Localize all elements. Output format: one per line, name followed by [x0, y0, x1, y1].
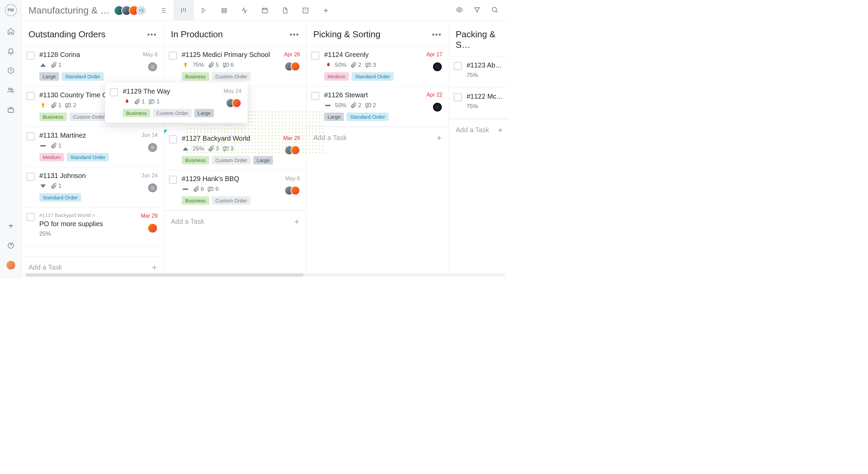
column-title: Packing & S…: [456, 29, 503, 50]
svg-rect-15: [208, 187, 213, 191]
task-checkbox[interactable]: [110, 88, 118, 96]
priority-icon: [39, 61, 47, 69]
priority-icon: [182, 61, 189, 69]
dragging-card[interactable]: #1129 The Way 1 1 BusinessCustom OrderLa…: [105, 83, 248, 123]
svg-rect-17: [325, 105, 331, 106]
task-card[interactable]: #1125 Medici Primary School75%56Business…: [164, 46, 306, 86]
plus-icon: +: [152, 262, 157, 273]
task-date: Apr 22: [427, 92, 442, 98]
risk-view-icon[interactable]: [296, 0, 316, 21]
people-icon[interactable]: [4, 83, 18, 97]
tag: Custom Order: [212, 156, 251, 164]
priority-icon: [324, 102, 332, 109]
tag: Standard Order: [39, 193, 81, 202]
add-task-button[interactable]: Add a Task+: [449, 119, 509, 141]
tag: Medium: [324, 72, 349, 81]
task-checkbox[interactable]: [26, 213, 35, 221]
task-checkbox[interactable]: [311, 52, 319, 60]
task-card[interactable]: #1131 Martinez1MediumStandard OrderJun 1…: [22, 127, 164, 167]
task-card[interactable]: #1128 Corina1LargeStandard OrderMay 8: [22, 46, 164, 86]
parent-task: #1127 Backyard World >: [39, 212, 158, 218]
task-date: May 8: [143, 52, 158, 58]
task-date: Jun 14: [141, 132, 158, 138]
task-checkbox[interactable]: [26, 173, 35, 181]
tag: Business: [182, 196, 209, 205]
file-view-icon[interactable]: [275, 0, 296, 21]
tag: Large: [324, 113, 344, 121]
eye-icon[interactable]: [456, 6, 463, 15]
table-view-icon[interactable]: [214, 0, 235, 21]
column-menu-icon[interactable]: •••: [147, 30, 157, 39]
horizontal-scrollbar[interactable]: [25, 273, 505, 277]
task-checkbox[interactable]: [454, 93, 462, 101]
task-checkbox[interactable]: [169, 176, 177, 184]
task-checkbox[interactable]: [169, 135, 177, 143]
task-card[interactable]: #1127 Backyard World >PO for more suppli…: [22, 208, 164, 246]
task-card[interactable]: #1129 Hank's BBQ66BusinessCustom OrderMa…: [164, 170, 306, 211]
filter-icon[interactable]: [473, 6, 481, 15]
column-title: Picking & Sorting: [313, 29, 380, 40]
add-task-button[interactable]: Add a Task+: [307, 127, 449, 149]
home-icon[interactable]: [4, 24, 18, 38]
task-checkbox[interactable]: [169, 52, 177, 60]
briefcase-icon[interactable]: [4, 103, 18, 117]
task-title: #1122 McDo…: [467, 93, 504, 100]
column-menu-icon[interactable]: •••: [432, 30, 442, 39]
tag: Large: [194, 109, 214, 117]
task-title: #1123 Abram…: [467, 61, 504, 69]
task-assignees: [288, 186, 300, 195]
comments: 2: [365, 102, 376, 109]
clock-icon[interactable]: [4, 64, 18, 77]
bell-icon[interactable]: [4, 44, 18, 58]
comments: 6: [207, 186, 218, 193]
tag: Business: [39, 113, 67, 121]
list-view-icon[interactable]: [153, 0, 174, 21]
add-task-button[interactable]: Add a Task+: [164, 211, 306, 232]
svg-rect-11: [40, 145, 46, 146]
fire-icon: [123, 98, 130, 105]
svg-rect-5: [222, 8, 226, 13]
card-flag-icon: [164, 130, 167, 133]
task-checkbox[interactable]: [26, 92, 35, 100]
activity-view-icon[interactable]: [235, 0, 255, 21]
svg-point-9: [492, 7, 497, 12]
task-checkbox[interactable]: [26, 132, 35, 140]
calendar-view-icon[interactable]: [255, 0, 275, 21]
task-card[interactable]: #1126 Stewart50%22LargeStandard OrderApr…: [307, 86, 449, 127]
comments: 2: [65, 102, 76, 109]
task-assignee: [147, 223, 158, 233]
help-icon[interactable]: [4, 239, 18, 252]
avatar-overflow[interactable]: +1: [136, 5, 146, 16]
user-avatar[interactable]: [4, 258, 18, 272]
task-card[interactable]: #1131 Johnson1Standard OrderJun 24: [22, 167, 164, 208]
board-view-icon[interactable]: [174, 0, 194, 21]
task-card[interactable]: #1123 Abram…75%: [449, 57, 509, 88]
gantt-view-icon[interactable]: [194, 0, 214, 21]
tag: Medium: [39, 153, 64, 161]
priority-icon: [39, 102, 47, 109]
task-date: Jun 24: [141, 173, 158, 179]
svg-rect-12: [223, 63, 228, 66]
column-menu-icon[interactable]: •••: [290, 30, 299, 39]
priority-icon: [39, 142, 47, 150]
task-date: May 6: [285, 176, 300, 182]
task-title: #1131 Martinez: [39, 132, 158, 139]
column-title: In Production: [171, 29, 223, 40]
board-column: Outstanding Orders•••#1128 Corina1LargeS…: [22, 21, 164, 278]
project-title: Manufacturing & …: [28, 5, 110, 16]
task-checkbox[interactable]: [311, 92, 319, 100]
attachments: 5: [208, 62, 219, 68]
tag: Custom Order: [212, 196, 251, 205]
svg-rect-6: [262, 8, 268, 13]
tag: Standard Order: [62, 72, 103, 81]
project-avatars[interactable]: +1: [117, 5, 146, 16]
add-view-icon[interactable]: [316, 0, 336, 21]
task-checkbox[interactable]: [26, 52, 35, 60]
task-checkbox[interactable]: [454, 62, 462, 70]
progress: 75%: [467, 72, 478, 79]
plus-icon[interactable]: [4, 219, 18, 233]
app-logo[interactable]: PM: [5, 4, 17, 16]
search-icon[interactable]: [491, 6, 498, 15]
task-card[interactable]: #1122 McDo…75%: [449, 88, 509, 119]
task-card[interactable]: #1124 Greenly50%23MediumStandard OrderAp…: [307, 46, 449, 86]
